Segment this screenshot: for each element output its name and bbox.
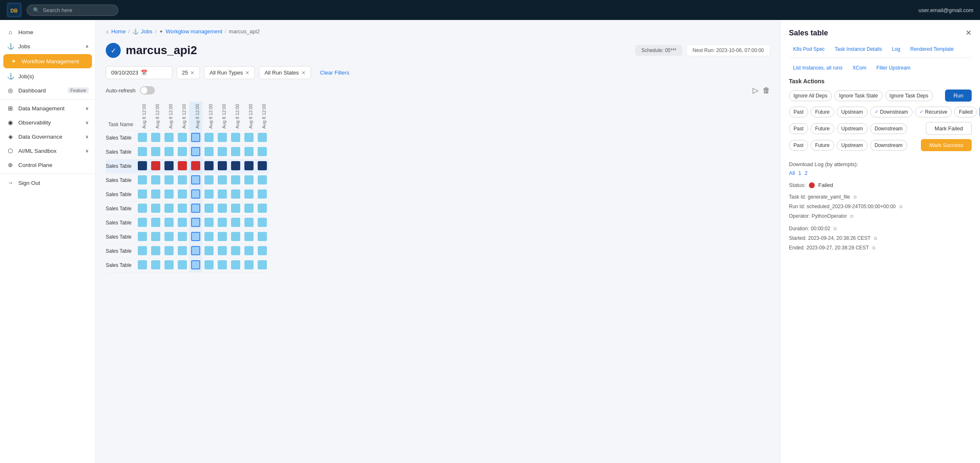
grid-cell[interactable]: [202, 258, 216, 272]
grid-cell[interactable]: [216, 131, 229, 145]
started-copy-icon[interactable]: ⧉: [874, 234, 877, 243]
grid-cell[interactable]: [216, 159, 229, 173]
grid-cell[interactable]: [216, 216, 229, 230]
sidebar-item-workflow-management[interactable]: ✦ Workflow Management: [3, 54, 92, 68]
grid-cell[interactable]: [176, 230, 189, 244]
autorefresh-toggle[interactable]: [140, 86, 155, 95]
grid-cell[interactable]: [202, 159, 216, 173]
mark-failed-button[interactable]: Mark Failed: [926, 122, 972, 135]
run-action-button[interactable]: Run: [945, 90, 972, 102]
sidebar-item-observability[interactable]: ◉ Observability ∨: [0, 115, 95, 129]
run-id-copy-icon[interactable]: ⧉: [899, 202, 903, 211]
log-link-all[interactable]: All: [789, 170, 795, 176]
operator-copy-icon[interactable]: ⧉: [850, 212, 853, 221]
ignore-all-deps-chip[interactable]: Ignore All Deps: [789, 90, 832, 101]
grid-cell[interactable]: [256, 173, 269, 187]
grid-cell[interactable]: [189, 202, 202, 216]
grid-cell[interactable]: [136, 187, 149, 202]
run-types-filter[interactable]: All Run Types ✕: [204, 66, 255, 79]
tab-rendered-template[interactable]: Rendered Template: [906, 44, 958, 54]
grid-cell[interactable]: [242, 131, 256, 145]
sidebar-item-home[interactable]: ⌂ Home: [0, 25, 95, 39]
grid-cell[interactable]: [136, 202, 149, 216]
grid-cell[interactable]: [176, 244, 189, 258]
tab-k8s-pod-spec[interactable]: K8s Pod Spec: [789, 44, 829, 54]
grid-cell[interactable]: [229, 187, 242, 202]
grid-cell[interactable]: [229, 173, 242, 187]
ignore-task-state-chip[interactable]: Ignore Task State: [834, 90, 882, 101]
grid-cell[interactable]: [202, 244, 216, 258]
grid-cell[interactable]: [149, 187, 162, 202]
future-chip-3[interactable]: Future: [811, 123, 834, 134]
ended-copy-icon[interactable]: ⧉: [872, 244, 876, 252]
grid-cell[interactable]: [162, 230, 176, 244]
grid-cell[interactable]: [162, 173, 176, 187]
tab-xcom[interactable]: XCom: [848, 63, 871, 73]
future-chip-2[interactable]: Future: [811, 107, 834, 117]
grid-cell[interactable]: [216, 187, 229, 202]
grid-cell[interactable]: [229, 159, 242, 173]
recursive-chip-2[interactable]: Recursive: [915, 107, 952, 117]
grid-cell[interactable]: [149, 131, 162, 145]
grid-cell[interactable]: [229, 258, 242, 272]
grid-cell[interactable]: [216, 202, 229, 216]
grid-cell[interactable]: [189, 258, 202, 272]
future-chip-4[interactable]: Future: [811, 140, 834, 151]
grid-cell[interactable]: [242, 216, 256, 230]
grid-cell[interactable]: [189, 131, 202, 145]
tab-task-instance-details[interactable]: Task Instance Details: [831, 44, 886, 54]
upstream-chip-2[interactable]: Upstream: [837, 107, 868, 117]
grid-cell[interactable]: [242, 244, 256, 258]
grid-cell[interactable]: [176, 131, 189, 145]
run-states-filter[interactable]: All Run States ✕: [259, 66, 311, 79]
past-chip-4[interactable]: Past: [789, 140, 808, 151]
grid-cell[interactable]: [136, 145, 149, 159]
grid-cell[interactable]: [202, 202, 216, 216]
grid-cell[interactable]: [229, 230, 242, 244]
grid-cell[interactable]: [202, 216, 216, 230]
grid-cell[interactable]: [149, 145, 162, 159]
grid-cell[interactable]: [136, 131, 149, 145]
log-link-2[interactable]: 2: [805, 170, 808, 176]
grid-cell[interactable]: [136, 244, 149, 258]
tab-list-instances[interactable]: List Instances, all runs: [789, 63, 847, 73]
clear-filters-button[interactable]: Clear Filters: [315, 67, 354, 79]
grid-cell[interactable]: [229, 216, 242, 230]
grid-cell[interactable]: [162, 187, 176, 202]
close-button[interactable]: ✕: [965, 28, 972, 37]
grid-cell[interactable]: [176, 159, 189, 173]
grid-cell[interactable]: [202, 230, 216, 244]
search-input[interactable]: [43, 7, 112, 13]
task-id-copy-icon[interactable]: ⧉: [853, 193, 857, 202]
mark-success-button[interactable]: Mark Success: [921, 139, 972, 151]
grid-cell[interactable]: [242, 173, 256, 187]
search-box[interactable]: 🔍: [27, 5, 118, 16]
grid-cell[interactable]: [149, 244, 162, 258]
grid-cell[interactable]: [189, 230, 202, 244]
sidebar-item-dashboard[interactable]: ◎ Dashboard Feature: [0, 83, 95, 97]
run-types-clear-icon[interactable]: ✕: [245, 70, 249, 76]
grid-cell[interactable]: [256, 202, 269, 216]
grid-cell[interactable]: [256, 145, 269, 159]
grid-cell[interactable]: [189, 173, 202, 187]
date-filter[interactable]: 09/10/2023 📅: [106, 66, 172, 79]
grid-cell[interactable]: [256, 159, 269, 173]
grid-cell[interactable]: [189, 187, 202, 202]
grid-cell[interactable]: [149, 159, 162, 173]
grid-cell[interactable]: [242, 258, 256, 272]
breadcrumb-home-link[interactable]: Home: [111, 28, 126, 35]
grid-cell[interactable]: [136, 173, 149, 187]
grid-cell[interactable]: [176, 258, 189, 272]
grid-cell[interactable]: [256, 230, 269, 244]
grid-cell[interactable]: [242, 145, 256, 159]
grid-cell[interactable]: [189, 145, 202, 159]
grid-cell[interactable]: [216, 258, 229, 272]
grid-cell[interactable]: [136, 159, 149, 173]
upstream-chip-3[interactable]: Upstream: [837, 123, 868, 134]
grid-cell[interactable]: [162, 159, 176, 173]
grid-cell[interactable]: [189, 216, 202, 230]
tab-log[interactable]: Log: [888, 44, 904, 54]
upstream-chip-4[interactable]: Upstream: [837, 140, 868, 151]
grid-cell[interactable]: [242, 187, 256, 202]
dag-toggle[interactable]: ✓: [106, 43, 121, 58]
